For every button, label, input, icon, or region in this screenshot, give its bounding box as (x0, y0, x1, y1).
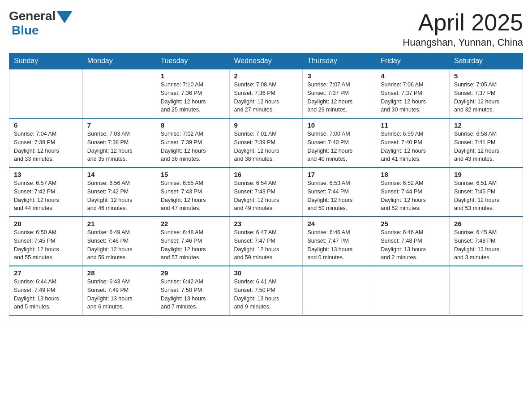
day-info: Sunrise: 6:46 AMSunset: 7:48 PMDaylight:… (381, 228, 445, 262)
calendar-cell: 28Sunrise: 6:43 AMSunset: 7:49 PMDayligh… (82, 266, 156, 315)
day-number: 8 (161, 121, 225, 129)
day-number: 7 (87, 121, 151, 129)
calendar-cell: 1Sunrise: 7:10 AMSunset: 7:36 PMDaylight… (156, 69, 229, 118)
calendar-cell: 16Sunrise: 6:54 AMSunset: 7:43 PMDayligh… (229, 167, 303, 217)
calendar-cell: 6Sunrise: 7:04 AMSunset: 7:38 PMDaylight… (9, 118, 83, 167)
day-number: 27 (14, 269, 78, 277)
day-info: Sunrise: 6:44 AMSunset: 7:49 PMDaylight:… (14, 278, 78, 311)
calendar-cell: 24Sunrise: 6:46 AMSunset: 7:47 PMDayligh… (303, 217, 376, 266)
week-row-1: 1Sunrise: 7:10 AMSunset: 7:36 PMDaylight… (9, 69, 523, 118)
day-number: 20 (14, 220, 78, 227)
calendar-cell (376, 266, 450, 315)
day-info: Sunrise: 6:52 AMSunset: 7:44 PMDaylight:… (381, 179, 445, 213)
week-row-3: 13Sunrise: 6:57 AMSunset: 7:42 PMDayligh… (9, 167, 523, 217)
day-info: Sunrise: 6:56 AMSunset: 7:42 PMDaylight:… (87, 179, 151, 213)
week-row-4: 20Sunrise: 6:50 AMSunset: 7:45 PMDayligh… (9, 217, 523, 266)
day-number: 5 (454, 72, 518, 80)
day-info: Sunrise: 6:49 AMSunset: 7:46 PMDaylight:… (87, 228, 151, 262)
day-number: 15 (161, 171, 225, 178)
header-friday: Friday (376, 53, 450, 69)
calendar-cell: 14Sunrise: 6:56 AMSunset: 7:42 PMDayligh… (82, 167, 156, 217)
calendar-cell: 18Sunrise: 6:52 AMSunset: 7:44 PMDayligh… (376, 167, 450, 217)
calendar-header-row: SundayMondayTuesdayWednesdayThursdayFrid… (9, 53, 523, 69)
day-info: Sunrise: 6:45 AMSunset: 7:48 PMDaylight:… (454, 228, 518, 262)
header-wednesday: Wednesday (229, 53, 303, 69)
day-info: Sunrise: 7:02 AMSunset: 7:39 PMDaylight:… (161, 130, 225, 163)
day-number: 1 (161, 72, 225, 80)
calendar-cell: 22Sunrise: 6:48 AMSunset: 7:46 PMDayligh… (156, 217, 229, 266)
day-number: 25 (381, 220, 445, 227)
day-info: Sunrise: 7:05 AMSunset: 7:37 PMDaylight:… (454, 81, 518, 114)
calendar-cell: 8Sunrise: 7:02 AMSunset: 7:39 PMDaylight… (156, 118, 229, 167)
header-saturday: Saturday (450, 53, 523, 69)
day-number: 13 (14, 171, 78, 178)
calendar-cell: 5Sunrise: 7:05 AMSunset: 7:37 PMDaylight… (450, 69, 523, 118)
day-info: Sunrise: 6:43 AMSunset: 7:49 PMDaylight:… (87, 278, 151, 311)
day-number: 18 (381, 171, 445, 178)
calendar-cell: 23Sunrise: 6:47 AMSunset: 7:47 PMDayligh… (229, 217, 303, 266)
calendar-cell: 21Sunrise: 6:49 AMSunset: 7:46 PMDayligh… (82, 217, 156, 266)
day-number: 17 (307, 171, 371, 178)
calendar-cell (303, 266, 376, 315)
day-number: 10 (307, 121, 371, 129)
calendar-cell: 30Sunrise: 6:41 AMSunset: 7:50 PMDayligh… (229, 266, 303, 315)
logo-blue-text: Blue (12, 23, 39, 38)
day-number: 28 (87, 269, 151, 277)
calendar-cell: 12Sunrise: 6:58 AMSunset: 7:41 PMDayligh… (450, 118, 523, 167)
day-info: Sunrise: 6:46 AMSunset: 7:47 PMDaylight:… (307, 228, 371, 262)
title-section: April 2025 Huangshan, Yunnan, China (403, 9, 523, 48)
day-number: 3 (307, 72, 371, 80)
week-row-5: 27Sunrise: 6:44 AMSunset: 7:49 PMDayligh… (9, 266, 523, 315)
calendar-cell: 11Sunrise: 6:59 AMSunset: 7:40 PMDayligh… (376, 118, 450, 167)
header-sunday: Sunday (9, 53, 83, 69)
logo-general-text: General (9, 9, 56, 23)
day-number: 16 (234, 171, 298, 178)
calendar-cell: 27Sunrise: 6:44 AMSunset: 7:49 PMDayligh… (9, 266, 83, 315)
calendar-cell (9, 69, 83, 118)
day-number: 11 (381, 121, 445, 129)
day-info: Sunrise: 7:10 AMSunset: 7:36 PMDaylight:… (161, 81, 225, 114)
calendar-cell: 26Sunrise: 6:45 AMSunset: 7:48 PMDayligh… (450, 217, 523, 266)
calendar-cell: 2Sunrise: 7:08 AMSunset: 7:36 PMDaylight… (229, 69, 303, 118)
day-number: 14 (87, 171, 151, 178)
day-info: Sunrise: 6:59 AMSunset: 7:40 PMDaylight:… (381, 130, 445, 163)
day-number: 9 (234, 121, 298, 129)
calendar-cell: 29Sunrise: 6:42 AMSunset: 7:50 PMDayligh… (156, 266, 229, 315)
day-info: Sunrise: 7:07 AMSunset: 7:37 PMDaylight:… (307, 81, 371, 114)
week-row-2: 6Sunrise: 7:04 AMSunset: 7:38 PMDaylight… (9, 118, 523, 167)
day-info: Sunrise: 6:53 AMSunset: 7:44 PMDaylight:… (307, 179, 371, 213)
calendar-cell: 4Sunrise: 7:06 AMSunset: 7:37 PMDaylight… (376, 69, 450, 118)
calendar-cell (82, 69, 156, 118)
day-number: 23 (234, 220, 298, 227)
day-info: Sunrise: 6:57 AMSunset: 7:42 PMDaylight:… (14, 179, 78, 213)
day-number: 21 (87, 220, 151, 227)
calendar-cell: 10Sunrise: 7:00 AMSunset: 7:40 PMDayligh… (303, 118, 376, 167)
logo-triangle-icon (56, 11, 73, 23)
day-info: Sunrise: 7:04 AMSunset: 7:38 PMDaylight:… (14, 130, 78, 163)
page-header: General Blue April 2025 Huangshan, Yunna… (9, 9, 523, 48)
header-tuesday: Tuesday (156, 53, 229, 69)
day-info: Sunrise: 6:48 AMSunset: 7:46 PMDaylight:… (161, 228, 225, 262)
header-monday: Monday (82, 53, 156, 69)
header-thursday: Thursday (303, 53, 376, 69)
calendar-cell: 19Sunrise: 6:51 AMSunset: 7:45 PMDayligh… (450, 167, 523, 217)
calendar-table: SundayMondayTuesdayWednesdayThursdayFrid… (9, 53, 523, 316)
day-number: 6 (14, 121, 78, 129)
day-info: Sunrise: 6:41 AMSunset: 7:50 PMDaylight:… (234, 278, 298, 311)
day-info: Sunrise: 6:55 AMSunset: 7:43 PMDaylight:… (161, 179, 225, 213)
day-number: 2 (234, 72, 298, 80)
day-info: Sunrise: 7:06 AMSunset: 7:37 PMDaylight:… (381, 81, 445, 114)
calendar-cell: 3Sunrise: 7:07 AMSunset: 7:37 PMDaylight… (303, 69, 376, 118)
day-info: Sunrise: 7:03 AMSunset: 7:38 PMDaylight:… (87, 130, 151, 163)
day-number: 19 (454, 171, 518, 178)
calendar-cell: 13Sunrise: 6:57 AMSunset: 7:42 PMDayligh… (9, 167, 83, 217)
day-info: Sunrise: 7:01 AMSunset: 7:39 PMDaylight:… (234, 130, 298, 163)
day-info: Sunrise: 6:42 AMSunset: 7:50 PMDaylight:… (161, 278, 225, 311)
location-subtitle: Huangshan, Yunnan, China (403, 37, 523, 48)
day-number: 12 (454, 121, 518, 129)
day-number: 30 (234, 269, 298, 277)
calendar-cell: 17Sunrise: 6:53 AMSunset: 7:44 PMDayligh… (303, 167, 376, 217)
calendar-cell: 7Sunrise: 7:03 AMSunset: 7:38 PMDaylight… (82, 118, 156, 167)
day-info: Sunrise: 6:54 AMSunset: 7:43 PMDaylight:… (234, 179, 298, 213)
logo: General Blue (9, 9, 73, 38)
